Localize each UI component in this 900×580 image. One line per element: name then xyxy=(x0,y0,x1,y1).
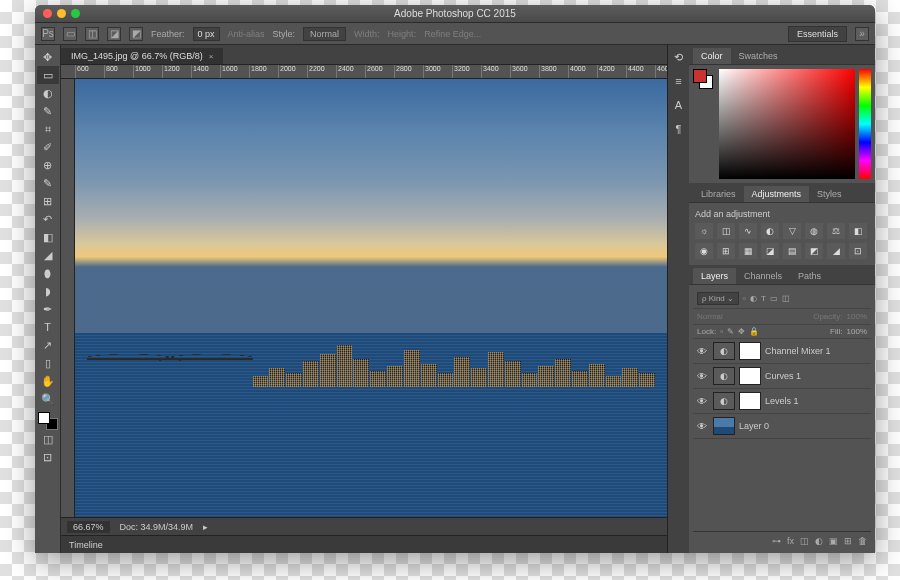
selection-mode-add-icon[interactable]: ◪ xyxy=(107,27,121,41)
workspace-switcher[interactable]: Essentials xyxy=(788,26,847,42)
tab-color[interactable]: Color xyxy=(693,48,731,64)
status-chevron-icon[interactable]: ▸ xyxy=(203,522,208,532)
color-swatches[interactable] xyxy=(38,412,58,430)
layer-name[interactable]: Channel Mixer 1 xyxy=(765,346,831,356)
search-icon[interactable]: » xyxy=(855,27,869,41)
refine-edge-button[interactable]: Refine Edge... xyxy=(424,29,481,39)
canvas[interactable] xyxy=(75,79,667,517)
type-tool[interactable]: T xyxy=(37,318,59,336)
vibrance-adj-icon[interactable]: ▽ xyxy=(783,223,801,239)
layer-name[interactable]: Curves 1 xyxy=(765,371,801,381)
hue-adj-icon[interactable]: ◍ xyxy=(805,223,823,239)
quick-select-tool[interactable]: ✎ xyxy=(37,102,59,120)
pen-tool[interactable]: ✒ xyxy=(37,300,59,318)
tab-paths[interactable]: Paths xyxy=(790,268,829,284)
tab-channels[interactable]: Channels xyxy=(736,268,790,284)
tab-layers[interactable]: Layers xyxy=(693,268,736,284)
fill-value[interactable]: 100% xyxy=(847,327,867,336)
channel-mixer-adj-icon[interactable]: ⊞ xyxy=(717,243,735,259)
new-adj-layer-icon[interactable]: ◐ xyxy=(815,536,823,546)
visibility-toggle-icon[interactable]: 👁 xyxy=(697,371,709,382)
threshold-adj-icon[interactable]: ◩ xyxy=(805,243,823,259)
tab-swatches[interactable]: Swatches xyxy=(731,48,786,64)
visibility-toggle-icon[interactable]: 👁 xyxy=(697,346,709,357)
crop-tool[interactable]: ⌗ xyxy=(37,120,59,138)
style-select[interactable]: Normal xyxy=(303,27,346,41)
lock-pos-icon[interactable]: ✥ xyxy=(738,327,745,336)
tab-adjustments[interactable]: Adjustments xyxy=(744,186,810,202)
tool-preset-icon[interactable]: ▭ xyxy=(63,27,77,41)
document-tab[interactable]: IMG_1495.jpg @ 66.7% (RGB/8) × xyxy=(61,48,223,64)
photo-filter-adj-icon[interactable]: ◉ xyxy=(695,243,713,259)
posterize-adj-icon[interactable]: ▤ xyxy=(783,243,801,259)
add-mask-icon[interactable]: ◫ xyxy=(800,536,809,546)
filter-adj-icon[interactable]: ◐ xyxy=(750,294,757,303)
opacity-value[interactable]: 100% xyxy=(847,312,867,321)
character-panel-icon[interactable]: A xyxy=(671,99,687,115)
layer-mask-thumb[interactable] xyxy=(739,367,761,385)
color-lookup-adj-icon[interactable]: ▦ xyxy=(739,243,757,259)
layer-row[interactable]: 👁◐Levels 1 xyxy=(693,389,871,414)
hue-slider[interactable] xyxy=(859,69,871,179)
stamp-tool[interactable]: ⊞ xyxy=(37,192,59,210)
dodge-tool[interactable]: ◗ xyxy=(37,282,59,300)
layer-thumb[interactable] xyxy=(713,417,735,435)
feather-input[interactable]: 0 px xyxy=(193,27,220,41)
blend-mode-select[interactable]: Normal xyxy=(697,312,723,321)
paragraph-panel-icon[interactable]: ¶ xyxy=(671,123,687,139)
lasso-tool[interactable]: ◐ xyxy=(37,84,59,102)
foreground-color[interactable] xyxy=(38,412,50,424)
timeline-panel-tab[interactable]: Timeline xyxy=(61,535,667,553)
layer-fx-icon[interactable]: fx xyxy=(787,536,794,546)
zoom-tool[interactable]: 🔍 xyxy=(37,390,59,408)
link-layers-icon[interactable]: ⊶ xyxy=(772,536,781,546)
blur-tool[interactable]: ⬮ xyxy=(37,264,59,282)
exposure-adj-icon[interactable]: ◐ xyxy=(761,223,779,239)
curves-adj-icon[interactable]: ∿ xyxy=(739,223,757,239)
bw-adj-icon[interactable]: ◧ xyxy=(849,223,867,239)
hand-tool[interactable]: ✋ xyxy=(37,372,59,390)
new-group-icon[interactable]: ▣ xyxy=(829,536,838,546)
layer-row[interactable]: 👁Layer 0 xyxy=(693,414,871,439)
move-tool[interactable]: ✥ xyxy=(37,48,59,66)
properties-panel-icon[interactable]: ≡ xyxy=(671,75,687,91)
path-select-tool[interactable]: ↗ xyxy=(37,336,59,354)
close-tab-icon[interactable]: × xyxy=(209,52,214,61)
eraser-tool[interactable]: ◧ xyxy=(37,228,59,246)
layer-name[interactable]: Layer 0 xyxy=(739,421,769,431)
levels-adj-icon[interactable]: ◫ xyxy=(717,223,735,239)
filter-smart-icon[interactable]: ◫ xyxy=(782,294,790,303)
selection-mode-new-icon[interactable]: ◫ xyxy=(85,27,99,41)
history-brush-tool[interactable]: ↶ xyxy=(37,210,59,228)
lock-all-icon[interactable]: 🔒 xyxy=(749,327,759,336)
layer-mask-thumb[interactable] xyxy=(739,392,761,410)
history-panel-icon[interactable]: ⟲ xyxy=(671,51,687,67)
lock-pixel-icon[interactable]: ✎ xyxy=(727,327,734,336)
quick-mask-icon[interactable]: ◫ xyxy=(37,430,59,448)
ps-menu-icon[interactable]: Ps xyxy=(41,27,55,41)
visibility-toggle-icon[interactable]: 👁 xyxy=(697,421,709,432)
eyedropper-tool[interactable]: ✐ xyxy=(37,138,59,156)
filter-type-icon[interactable]: T xyxy=(761,294,766,303)
gradient-map-adj-icon[interactable]: ◢ xyxy=(827,243,845,259)
filter-shape-icon[interactable]: ▭ xyxy=(770,294,778,303)
marquee-tool[interactable]: ▭ xyxy=(37,66,59,84)
selection-mode-subtract-icon[interactable]: ◩ xyxy=(129,27,143,41)
filter-pixel-icon[interactable]: ▫ xyxy=(743,294,746,303)
delete-layer-icon[interactable]: 🗑 xyxy=(858,536,867,546)
selective-color-adj-icon[interactable]: ⊡ xyxy=(849,243,867,259)
layer-mask-thumb[interactable] xyxy=(739,342,761,360)
layer-row[interactable]: 👁◐Channel Mixer 1 xyxy=(693,339,871,364)
brush-tool[interactable]: ✎ xyxy=(37,174,59,192)
brightness-adj-icon[interactable]: ☼ xyxy=(695,223,713,239)
layer-filter-kind[interactable]: ρ Kind ⌄ xyxy=(697,292,739,305)
tab-libraries[interactable]: Libraries xyxy=(693,186,744,202)
screen-mode-icon[interactable]: ⊡ xyxy=(37,448,59,466)
layer-name[interactable]: Levels 1 xyxy=(765,396,799,406)
healing-tool[interactable]: ⊕ xyxy=(37,156,59,174)
invert-adj-icon[interactable]: ◪ xyxy=(761,243,779,259)
visibility-toggle-icon[interactable]: 👁 xyxy=(697,396,709,407)
zoom-level[interactable]: 66.67% xyxy=(67,521,110,533)
tab-styles[interactable]: Styles xyxy=(809,186,850,202)
lock-trans-icon[interactable]: ▫ xyxy=(720,327,723,336)
